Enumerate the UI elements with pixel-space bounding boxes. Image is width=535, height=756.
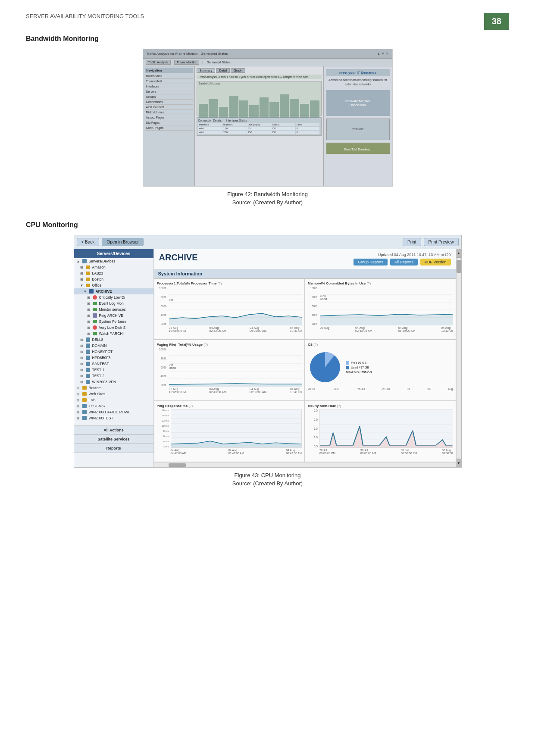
sidebar-item-monitor-services[interactable]: ⊞ Monitor services bbox=[74, 306, 153, 312]
open-browser-button[interactable]: Open in Browser bbox=[102, 238, 143, 246]
sidebar-header: Servers/Devices bbox=[74, 249, 153, 258]
folder-icon bbox=[82, 398, 87, 402]
bw-tab-graph[interactable]: Graph bbox=[231, 68, 245, 73]
bw-source: Source: (Created By Author) bbox=[26, 199, 509, 206]
pdf-button[interactable]: PDF Version bbox=[420, 259, 451, 266]
sidebar-item-lab[interactable]: ⊞ LAB bbox=[74, 397, 153, 403]
server-icon bbox=[82, 404, 87, 408]
content-header: ARCHIVE Updated 04 Aug 2011 10:47 :13 AM… bbox=[154, 249, 456, 269]
sidebar-item-test2[interactable]: ⊞ TEST-2 bbox=[74, 373, 153, 379]
sidebar-item-archive[interactable]: ▼ ARCHIVE bbox=[74, 288, 153, 294]
print-preview-button[interactable]: Print Preview bbox=[424, 238, 459, 246]
horizontal-scrollbar[interactable] bbox=[154, 462, 456, 467]
bw-figure-caption: Figure 42: Bandwidth Monitoring bbox=[26, 191, 509, 197]
back-button[interactable]: < Back bbox=[77, 238, 100, 246]
bw-nav-thunderbolt[interactable]: Thunderbolt bbox=[145, 79, 193, 84]
sidebar-item-office[interactable]: ▼ Office bbox=[74, 282, 153, 288]
bw-nav-conn[interactable]: Conn. Pages bbox=[145, 125, 193, 131]
archive-title: ARCHIVE bbox=[159, 253, 198, 262]
sidebar-item-honeypot[interactable]: ⊞ HONEYPOT bbox=[74, 349, 153, 355]
bw-toolbar-btn[interactable]: Traffic Analysis bbox=[146, 60, 171, 65]
bw-nav-servers[interactable]: Servers bbox=[145, 89, 193, 94]
sidebar-item-event-log[interactable]: ⊞ Event Log Moni bbox=[74, 300, 153, 306]
all-reports-button[interactable]: All Reports bbox=[390, 259, 418, 266]
sidebar-item-web-sites[interactable]: ⊞ Web Sites bbox=[74, 391, 153, 397]
sidebar-item-lab23[interactable]: ⊞ LAB23 bbox=[74, 270, 153, 276]
bw-nav-assoc[interactable]: Assoc. Pages bbox=[145, 115, 193, 120]
bw-nav-connections[interactable]: Connections bbox=[145, 100, 193, 105]
cpu-content-area: ARCHIVE Updated 04 Aug 2011 10:47 :13 AM… bbox=[154, 249, 456, 467]
cpu-figure-caption: Figure 43: CPU Monitoring bbox=[26, 472, 509, 478]
watch-icon bbox=[93, 332, 97, 335]
bw-nav-groups[interactable]: Groups bbox=[145, 94, 193, 100]
sidebar-bottom: All Actions Satellite Services Reports bbox=[74, 425, 153, 453]
folder-icon bbox=[86, 272, 90, 275]
server-icon bbox=[82, 416, 87, 420]
reports-button[interactable]: Reports bbox=[74, 444, 153, 453]
processor-chart: Processor(_Total)\% Processor Time (?) 1… bbox=[154, 278, 305, 340]
satellite-services-button[interactable]: Satellite Services bbox=[74, 435, 153, 444]
bw-nav-std[interactable]: Std Pages bbox=[145, 120, 193, 125]
sidebar-item-servers-devices[interactable]: ▲ Servers/Devices bbox=[74, 258, 153, 264]
print-button[interactable]: Print bbox=[403, 238, 421, 246]
updated-text: Updated 04 Aug 2011 10:47 :13 AM r=120 bbox=[354, 253, 451, 257]
cpu-section-title: CPU Monitoring bbox=[26, 221, 509, 229]
page-number: 38 bbox=[484, 13, 509, 30]
bw-top-bar: Traffic Analysis for Frame Monitor - Gen… bbox=[143, 49, 392, 59]
sidebar-item-very-low-disk[interactable]: ⊞ Very Low Disk Si bbox=[74, 325, 153, 331]
hourly-alert-chart: Hourly Alert Rate (?) 2.5 2.0 1.5 1.0 0.… bbox=[305, 401, 456, 462]
bw-nav-disk[interactable]: Disk Volumes bbox=[145, 110, 193, 115]
all-actions-button[interactable]: All Actions bbox=[74, 426, 153, 435]
server-icon bbox=[82, 259, 87, 263]
sidebar-item-dell8[interactable]: ⊞ DELL8 bbox=[74, 337, 153, 343]
folder-icon bbox=[86, 278, 90, 281]
sidebar-item-test1[interactable]: ⊞ TEST-1 bbox=[74, 367, 153, 373]
network-icon bbox=[93, 313, 97, 318]
server-icon bbox=[86, 380, 90, 384]
memory-chart: Memory\% Committed Bytes In Use (?) 100%… bbox=[305, 278, 456, 340]
paging-chart: Paging File(_Total)\% Usage (?) 100% 80%… bbox=[154, 340, 305, 401]
sidebar-item-watch-archive[interactable]: ⊞ Watch \\ARCHI bbox=[74, 331, 153, 337]
sidebar-item-critically-low[interactable]: ⊞ Critically Low Di bbox=[74, 294, 153, 300]
ping-chart: Ping Response ms (?) 16 ms 14 ms 12 ms 1… bbox=[154, 401, 305, 462]
sidebar-item-hpd6b0f3[interactable]: ⊞ HPD6B0F3 bbox=[74, 355, 153, 361]
cpu-toolbar: < Back Open in Browser Print Print Previ… bbox=[74, 235, 461, 249]
svg-marker-4 bbox=[169, 313, 302, 325]
cs-chart: CS (?) bbox=[305, 340, 456, 401]
sidebar-item-win2003-office[interactable]: ⊞ WIN2003.OFFICE.POWE bbox=[74, 409, 153, 415]
alert-icon bbox=[93, 295, 97, 300]
page-title: SERVER AVAILABILITY MONITORING TOOLS bbox=[26, 13, 509, 19]
sidebar-item-ping-archive[interactable]: ⊞ Ping ARCHIVE bbox=[74, 312, 153, 319]
charts-grid: Processor(_Total)\% Processor Time (?) 1… bbox=[154, 278, 456, 462]
sidebar-item-win2003-vpn[interactable]: ⊞ WIN2003-VPN bbox=[74, 379, 153, 385]
system-info-title: System Information bbox=[154, 269, 456, 278]
monitor-icon bbox=[93, 302, 97, 305]
bw-tab-detail[interactable]: Detail bbox=[216, 68, 230, 73]
sidebar-item-win2003test[interactable]: ⊞ WIN2003TEST bbox=[74, 415, 153, 421]
bw-nav-interfaces[interactable]: Interfaces bbox=[145, 84, 193, 89]
server-icon bbox=[86, 368, 90, 372]
cpu-source: Source: (Created By Author) bbox=[26, 480, 509, 487]
server-icon bbox=[86, 337, 90, 342]
sidebar-item-amazon[interactable]: ⊞ Amazon bbox=[74, 264, 153, 270]
cs-pie-chart bbox=[308, 350, 342, 384]
cpu-screenshot: < Back Open in Browser Print Print Previ… bbox=[74, 235, 462, 468]
server-icon bbox=[86, 350, 90, 354]
sidebar-item-system-perform[interactable]: ⊞ System Performi bbox=[74, 319, 153, 325]
svg-marker-9 bbox=[320, 314, 453, 325]
sidebar-item-routers[interactable]: ⊞ Routers bbox=[74, 385, 153, 391]
bw-nav-dashboards[interactable]: Dashboards bbox=[145, 74, 193, 79]
group-reports-button[interactable]: Group Reports bbox=[354, 259, 388, 266]
server-icon bbox=[86, 344, 90, 348]
bw-toolbar-btn2[interactable]: Frame Monitor bbox=[174, 60, 199, 65]
vertical-scrollbar[interactable]: ▲ ▼ bbox=[456, 249, 461, 467]
folder-icon bbox=[86, 266, 90, 269]
bw-nav-alert[interactable]: Alert Connect. bbox=[145, 105, 193, 110]
sidebar-item-test-v37[interactable]: ⊞ TEST-V37 bbox=[74, 403, 153, 409]
bw-tab-summary[interactable]: Summary bbox=[197, 68, 216, 73]
sidebar-item-domain[interactable]: ⊞ DOMAIN bbox=[74, 343, 153, 349]
server-icon bbox=[82, 410, 87, 414]
folder-icon bbox=[86, 284, 90, 287]
sidebar-item-boston[interactable]: ⊞ Boston bbox=[74, 276, 153, 282]
sidebar-item-santest[interactable]: ⊞ SANTEST bbox=[74, 361, 153, 367]
